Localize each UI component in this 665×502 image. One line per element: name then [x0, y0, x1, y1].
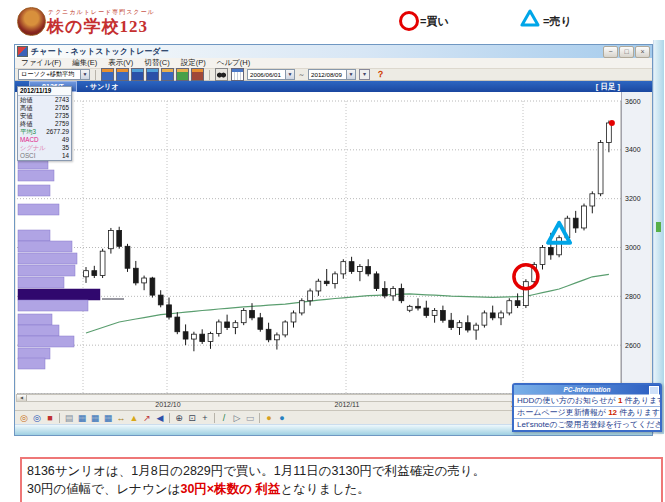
toolbar: ローソク+移動平均 ▼ 2006/06/01 ▼ ～ 2012/08/09 ▼ …: [15, 69, 652, 81]
indicator-chart-icon[interactable]: [191, 68, 204, 81]
menu-settings[interactable]: 設定(P): [181, 58, 206, 68]
grid-chart-icon-2[interactable]: ▦: [89, 412, 101, 424]
sell-triangle-icon: [520, 9, 540, 27]
grid-chart-icon-3[interactable]: ▦: [102, 412, 114, 424]
stock-header-bar: 8136/T ・サンリオ [ 日足 ]: [15, 81, 652, 92]
globe-icon[interactable]: ●: [276, 412, 288, 424]
back-icon[interactable]: ◀: [154, 412, 166, 424]
close-button[interactable]: ×: [635, 46, 650, 58]
chevron-down-icon[interactable]: ▼: [285, 70, 294, 79]
auto-update-checkbox[interactable]: ▾: [359, 69, 370, 80]
last-price-dot: [609, 120, 615, 126]
info-row-osci: OSCI14: [18, 152, 71, 160]
toolbar-separator: [214, 413, 215, 423]
quote-date: 2012/11/19: [18, 87, 71, 96]
trade-note-line1: 8136サンリオは、1月8日の2829円で買い。1月11日の3130円で利益確定…: [27, 462, 656, 480]
zoom-in-icon[interactable]: ⊕: [173, 412, 185, 424]
info-row-high: 高値2765: [18, 104, 71, 112]
legend-buy-label: =買い: [420, 14, 449, 29]
info-row-average: 平均32677.29: [18, 128, 71, 136]
chart-plot[interactable]: 3600340032003000280026002400: [16, 92, 649, 394]
info-row-low: 安値2735: [18, 112, 71, 120]
stop-icon[interactable]: ■: [44, 412, 56, 424]
x-axis-label: 2012/11: [325, 401, 369, 408]
volume-profile: [18, 158, 124, 369]
line-chart-icon[interactable]: [131, 68, 144, 81]
alert-icon[interactable]: ▲: [128, 412, 140, 424]
cascade-icon[interactable]: ▤: [63, 412, 75, 424]
swap-icon[interactable]: ↔: [115, 412, 127, 424]
date-to-select[interactable]: 2012/08/09 ▼: [308, 69, 356, 80]
compare-chart-icon[interactable]: [176, 68, 189, 81]
page: テクニカルトレード専門スクール 株の学校123 =買い =売り チャート - ネ…: [0, 0, 665, 502]
chart-window: チャート - ネットストックトレーダー − □ × ファイル(F)編集(E)表示…: [14, 44, 653, 436]
y-axis-label: 3600: [625, 98, 641, 105]
chart-type-select[interactable]: ローソク+移動平均 ▼: [18, 69, 90, 80]
maximize-button[interactable]: □: [619, 46, 634, 58]
candlestick-chart-icon[interactable]: [101, 68, 114, 81]
toolbar-separator: [59, 413, 60, 423]
trade-note-line2: 30円の値幅で、レナウンは30円×株数の 利益となりました。: [27, 480, 656, 498]
buy-circle-icon: [399, 11, 419, 31]
eraser-icon[interactable]: ▭: [244, 412, 256, 424]
pc-information-popup: PC-Information HDDの使い方のお知らせが 1 件ありますホームペ…: [512, 383, 662, 432]
quote-info-panel: 2012/11/19 始値2743高値2765安値2735終値2759平均326…: [17, 86, 72, 161]
info-row-close: 終値2759: [18, 120, 71, 128]
trade-note-box: 8136サンリオは、1月8日の2829円で買い。1月11日の3130円で利益確定…: [20, 457, 663, 502]
pc-info-item-2[interactable]: ホームページ更新情報が 12 件あります: [514, 406, 660, 418]
trend-icon[interactable]: ↗: [141, 412, 153, 424]
menu-view[interactable]: 表示(V): [108, 58, 133, 68]
date-range-separator: ～: [298, 70, 305, 80]
period-label: [ 日足 ]: [596, 82, 620, 92]
info-row-macd: MACD49: [18, 136, 71, 144]
scroll-left-icon[interactable]: ◀: [17, 395, 27, 401]
minimize-button[interactable]: −: [603, 46, 618, 58]
school-logo-icon: [17, 7, 46, 36]
pc-information-title: PC-Information: [514, 385, 660, 394]
info-row-signal: シグナル35: [18, 144, 71, 152]
right-edge-strip[interactable]: [653, 40, 664, 434]
y-axis-label: 2800: [625, 293, 641, 300]
y-axis-label: 3000: [625, 244, 641, 251]
chevron-down-icon[interactable]: ▼: [346, 70, 355, 79]
pc-info-item-1[interactable]: HDDの使い方のお知らせが 1 件あります: [514, 394, 660, 406]
candlesticks: [84, 121, 612, 352]
profit-highlight: 30円×株数の 利益: [180, 482, 280, 496]
y-axis-label: 3200: [625, 195, 641, 202]
window-title: チャート - ネットストックトレーダー: [31, 46, 169, 57]
menu-switch[interactable]: 切替(C): [144, 58, 169, 68]
chart-area: 3600340032003000280026002400: [16, 92, 649, 394]
popup-close-button[interactable]: [649, 386, 659, 395]
multi-pane-chart-icon[interactable]: [161, 68, 174, 81]
grid-chart-icon-1[interactable]: ▦: [76, 412, 88, 424]
pencil-icon[interactable]: /: [218, 412, 230, 424]
menu-file[interactable]: ファイル(F): [21, 58, 61, 68]
moving-average-line: [86, 274, 609, 333]
nav-target-icon[interactable]: ◎: [18, 412, 30, 424]
nav-point-icon[interactable]: ◎: [31, 412, 43, 424]
date-from-select[interactable]: 2006/06/01 ▼: [247, 69, 295, 80]
pc-info-item-3[interactable]: Let'snoteのご愛用者登録を行ってください: [514, 418, 660, 430]
search-icon[interactable]: [215, 68, 228, 81]
crosshair-icon[interactable]: +: [199, 412, 211, 424]
legend-sell-label: =売り: [543, 14, 572, 29]
stock-name: ・サンリオ: [83, 82, 119, 92]
right-scroll-marker: [656, 222, 661, 232]
menu-edit[interactable]: 編集(E): [72, 58, 97, 68]
toolbar-separator: [169, 413, 170, 423]
toolbar-separator: [259, 413, 260, 423]
info-row-open: 始値2743: [18, 96, 71, 104]
help-button[interactable]: ？: [376, 68, 385, 81]
chevron-down-icon[interactable]: ▼: [80, 70, 89, 79]
key-icon[interactable]: ●: [263, 412, 275, 424]
area-chart-icon[interactable]: [146, 68, 159, 81]
y-axis-label: 3400: [625, 146, 641, 153]
window-titlebar[interactable]: チャート - ネットストックトレーダー − □ ×: [15, 45, 652, 59]
bar-chart-icon[interactable]: [116, 68, 129, 81]
menu-help[interactable]: ヘルプ(H): [217, 58, 250, 68]
pointer-icon[interactable]: ▷: [231, 412, 243, 424]
x-axis-label: 2012/10: [146, 401, 190, 408]
app-icon: [17, 46, 28, 57]
zoom-box-icon[interactable]: ⊡: [186, 412, 198, 424]
calendar-icon[interactable]: [231, 68, 244, 81]
